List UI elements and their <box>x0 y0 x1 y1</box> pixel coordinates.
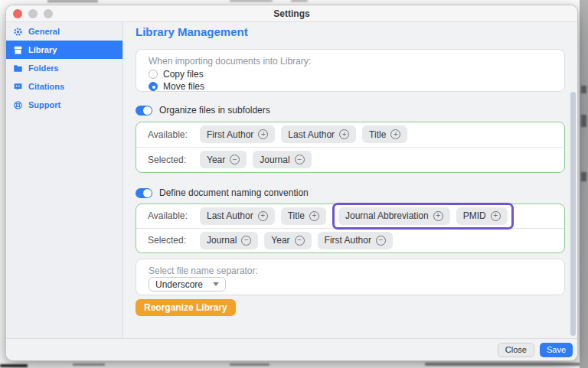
chevron-down-icon <box>213 282 219 286</box>
subfolder-pattern-box: Available: First Author+Last Author+Titl… <box>136 122 565 173</box>
sidebar: GeneralLibraryFoldersCitationsSupport <box>6 22 123 361</box>
separator-label: Select file name separator: <box>149 265 258 276</box>
sidebar-item-label: Citations <box>28 82 64 91</box>
import-options-card: When importing documents into Library: C… <box>136 49 565 92</box>
naming-toggle-label: Define document naming convention <box>159 187 309 198</box>
sidebar-item-label: Folders <box>28 64 59 73</box>
field-chip[interactable]: Year− <box>200 151 247 168</box>
naming-toggle[interactable] <box>136 188 152 198</box>
field-chip[interactable]: First Author− <box>318 232 393 249</box>
background-artifact <box>230 0 273 2</box>
separator-value: Underscore <box>155 279 203 290</box>
separator-card: Select file name separator: Underscore <box>136 259 565 295</box>
remove-field-icon[interactable]: − <box>230 155 240 164</box>
sidebar-item-library[interactable]: Library <box>6 41 122 59</box>
sidebar-item-label: General <box>28 27 60 36</box>
add-field-icon[interactable]: + <box>258 211 268 221</box>
minimize-window-button[interactable] <box>28 9 38 18</box>
sidebar-item-label: Library <box>28 45 57 54</box>
radio-button-icon[interactable] <box>149 82 158 91</box>
background-edge <box>580 0 588 368</box>
add-field-icon[interactable]: + <box>339 129 349 139</box>
subfolders-toggle-label: Organize files in subfolders <box>159 105 270 116</box>
sidebar-item-folders[interactable]: Folders <box>6 59 122 77</box>
radio-copy-files[interactable]: Copy files <box>149 69 204 80</box>
add-field-icon[interactable]: + <box>309 211 319 221</box>
naming-toggle-row: Define document naming convention <box>136 187 309 198</box>
remove-field-icon[interactable]: − <box>295 155 305 164</box>
support-icon <box>13 100 23 110</box>
folder-icon <box>13 64 23 73</box>
radio-label: Move files <box>163 81 204 92</box>
naming-highlighted-chips: Journal Abbreviation+PMID+ <box>338 207 508 225</box>
selected-label: Selected: <box>148 235 191 246</box>
subfolders-toggle[interactable] <box>136 106 152 116</box>
close-window-button[interactable] <box>13 9 22 18</box>
add-field-icon[interactable]: + <box>491 211 501 221</box>
available-label: Available: <box>148 210 191 221</box>
window-title: Settings <box>273 8 309 19</box>
separator-select[interactable]: Underscore <box>149 277 226 291</box>
selected-label: Selected: <box>148 155 191 165</box>
field-chip[interactable]: Journal− <box>253 151 311 168</box>
field-chip[interactable]: Title+ <box>281 207 326 225</box>
reorganize-library-button[interactable]: Reorganize Library <box>136 299 236 316</box>
add-field-icon[interactable]: + <box>433 211 443 221</box>
naming-available-chips: Last Author+Title+ <box>200 207 326 225</box>
background-artifact <box>73 363 105 366</box>
field-chip[interactable]: Journal Abbreviation+ <box>338 207 450 225</box>
background-artifact <box>230 363 270 366</box>
field-chip[interactable]: Last Author+ <box>281 125 356 143</box>
titlebar: Settings <box>6 5 577 22</box>
radio-move-files[interactable]: Move files <box>149 81 204 92</box>
settings-content: Library Management When importing docume… <box>123 22 577 361</box>
library-icon <box>13 45 23 55</box>
field-chip[interactable]: First Author+ <box>200 125 275 143</box>
gear-icon <box>13 27 23 37</box>
background-artifact <box>0 364 28 367</box>
radio-label: Copy files <box>163 69 204 80</box>
radio-button-icon[interactable] <box>149 70 158 79</box>
field-chip[interactable]: PMID+ <box>456 207 508 225</box>
subfolders-available-chips: First Author+Last Author+Title+ <box>200 125 407 143</box>
footer-bar: Close Save <box>6 338 577 360</box>
zoom-window-button[interactable] <box>44 9 53 18</box>
remove-field-icon[interactable]: − <box>376 236 386 246</box>
save-button[interactable]: Save <box>540 343 573 357</box>
close-button[interactable]: Close <box>498 343 534 357</box>
vertical-scrollbar[interactable] <box>570 92 576 336</box>
subfolders-selected-chips: Year−Journal− <box>200 151 312 168</box>
highlight-annotation: Journal Abbreviation+PMID+ <box>332 203 514 230</box>
background-artifact <box>47 0 98 2</box>
naming-selected-chips: Journal−Year−First Author− <box>200 232 393 249</box>
field-chip[interactable]: Year− <box>264 232 311 249</box>
sidebar-item-label: Support <box>28 100 60 109</box>
subfolders-toggle-row: Organize files in subfolders <box>136 105 270 116</box>
field-chip[interactable]: Last Author+ <box>200 207 275 225</box>
citations-icon <box>13 82 23 92</box>
add-field-icon[interactable]: + <box>258 129 268 139</box>
naming-pattern-box: Available: Last Author+Title+ Journal Ab… <box>136 204 565 253</box>
field-chip[interactable]: Title+ <box>362 125 407 143</box>
desktop-background: Settings GeneralLibraryFoldersCitationsS… <box>0 0 588 368</box>
page-title: Library Management <box>136 25 248 38</box>
settings-window: Settings GeneralLibraryFoldersCitationsS… <box>5 5 578 361</box>
background-artifact <box>291 0 308 2</box>
sidebar-item-support[interactable]: Support <box>6 96 122 114</box>
traffic-lights <box>13 9 53 18</box>
background-artifact <box>425 363 586 366</box>
sidebar-item-general[interactable]: General <box>6 22 122 41</box>
import-label: When importing documents into Library: <box>149 56 311 67</box>
sidebar-item-citations[interactable]: Citations <box>6 77 122 96</box>
remove-field-icon[interactable]: − <box>241 236 251 246</box>
add-field-icon[interactable]: + <box>390 129 400 139</box>
remove-field-icon[interactable]: − <box>295 236 305 246</box>
available-label: Available: <box>148 129 191 140</box>
field-chip[interactable]: Journal− <box>200 232 258 249</box>
